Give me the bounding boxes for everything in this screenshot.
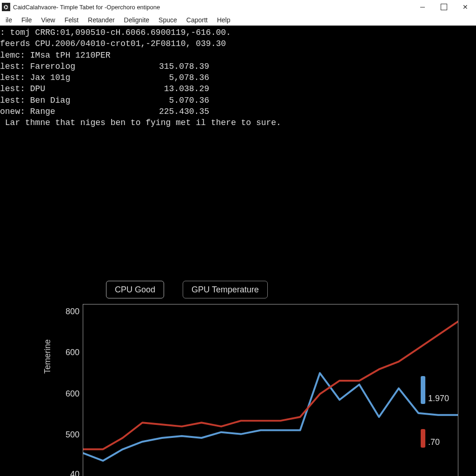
row-label: lest: Farerolog <box>0 61 84 72</box>
menu-view[interactable]: View <box>37 15 60 25</box>
menu-help[interactable]: Help <box>212 15 235 25</box>
series-cpu-line <box>83 373 458 461</box>
table-row: lest: Farerolog 315.078.39 <box>0 61 473 72</box>
row-value: 13.038.29 <box>84 83 209 94</box>
row-value: 315.078.39 <box>84 61 209 72</box>
terminal-header: lemc: IMsa tPH 1210PER <box>0 50 473 61</box>
y-axis-label: Temerine <box>42 339 53 374</box>
row-value: 5,078.36 <box>84 72 209 83</box>
chart-legend: 1.970 .70 <box>421 371 449 459</box>
menu-ile[interactable]: ile <box>1 15 17 25</box>
legend-entry-gpu: .70 <box>421 415 449 448</box>
app-window: ⌬ CaidCalahvaore- Timple Tabet for -Oper… <box>0 0 476 476</box>
app-icon: ⌬ <box>2 3 10 11</box>
terminal-line: : tomj CRRG:01,090510-cH.6066.6900119,-6… <box>0 27 473 38</box>
tab-gpu[interactable]: GPU Temperature <box>183 281 268 298</box>
y-tick: 600 <box>66 347 83 358</box>
menu-file[interactable]: File <box>17 15 37 25</box>
terminal-note: Lar thmne that niges ben to fying met il… <box>0 117 473 128</box>
y-tick: 800 <box>66 306 83 317</box>
line-plot <box>83 304 458 476</box>
legend-swatch-cpu <box>421 376 425 404</box>
table-row: lest: DPU 13.038.29 <box>0 83 473 94</box>
terminal-area: : tomj CRRG:01,090510-cH.6066.6900119,-6… <box>0 26 476 476</box>
minimize-button[interactable]: ─ <box>412 0 433 14</box>
row-label: lest: Jax 101g <box>0 72 84 83</box>
table-row: lest: Jax 101g 5,078.36 <box>0 72 473 83</box>
chart-panel: CPU Good GPU Temperature Temerine 800 60… <box>0 281 476 476</box>
tab-cpu[interactable]: CPU Good <box>106 281 164 298</box>
terminal-line: feerds CPU.2006/04010-crot01,-2F08110, 0… <box>0 38 473 49</box>
menu-spuce[interactable]: Spuce <box>154 15 182 25</box>
row-value: 225.430.35 <box>84 106 209 117</box>
plot-frame: 800 600 600 500 40 <box>83 304 458 476</box>
y-tick: 600 <box>66 388 83 399</box>
menu-retander[interactable]: Retander <box>83 15 119 25</box>
table-row: onew: Range 225.430.35 <box>0 106 473 117</box>
row-label: lest: Ben Diag <box>0 95 84 106</box>
legend-entry-cpu: 1.970 <box>421 371 449 404</box>
square-icon <box>441 4 447 10</box>
menu-felst[interactable]: Felst <box>60 15 83 25</box>
titlebar: ⌬ CaidCalahvaore- Timple Tabet for -Oper… <box>0 0 476 14</box>
menu-caportt[interactable]: Caportt <box>182 15 212 25</box>
y-tick: 500 <box>66 429 83 440</box>
legend-swatch-gpu <box>421 429 425 448</box>
y-tick: 40 <box>70 469 83 476</box>
maximize-button[interactable] <box>433 0 455 14</box>
row-value: 5.070.36 <box>84 95 209 106</box>
legend-value-gpu: .70 <box>428 436 440 448</box>
chart-tabs: CPU Good GPU Temperature <box>106 281 268 298</box>
legend-value-cpu: 1.970 <box>428 393 449 404</box>
menu-delignite[interactable]: Delignite <box>119 15 154 25</box>
window-title: CaidCalahvaore- Timple Tabet for -Operch… <box>13 4 160 11</box>
row-label: onew: Range <box>0 106 84 117</box>
table-row: lest: Ben Diag 5.070.36 <box>0 95 473 106</box>
menubar: ile File View Felst Retander Delignite S… <box>0 14 476 26</box>
close-button[interactable]: ✕ <box>455 0 476 14</box>
row-label: lest: DPU <box>0 83 84 94</box>
